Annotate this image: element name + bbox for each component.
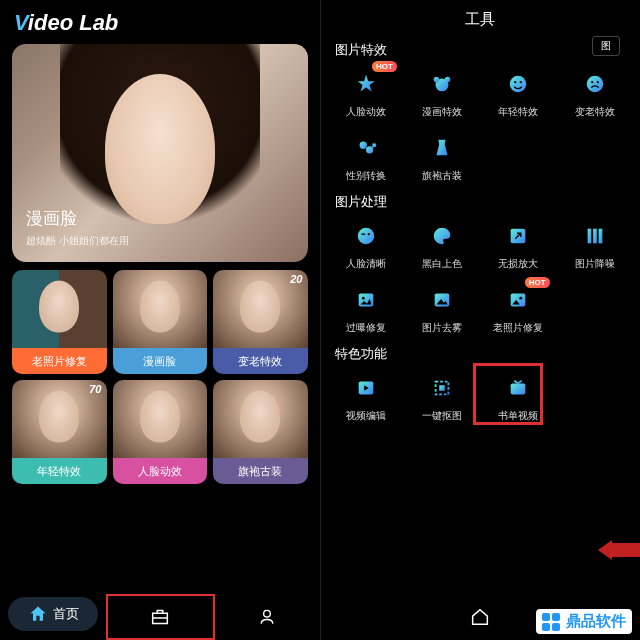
- tool-upscale[interactable]: 无损放大: [481, 213, 555, 275]
- tool-face-anim[interactable]: HOT人脸动效: [329, 61, 403, 123]
- svg-point-4: [515, 81, 517, 83]
- photo-icon: [507, 289, 529, 311]
- svg-point-18: [362, 297, 365, 300]
- tool-gender[interactable]: 性别转换: [329, 125, 403, 187]
- card-face-anim[interactable]: 人脸动效: [113, 380, 208, 484]
- toolbox-icon: [149, 606, 171, 628]
- watermark-logo-icon: [542, 613, 560, 631]
- filter-tag[interactable]: 图: [592, 36, 620, 56]
- tool-denoise[interactable]: 图片降噪: [558, 213, 632, 275]
- card-old-photo[interactable]: 老照片修复: [12, 270, 107, 374]
- nav-toolbox[interactable]: [106, 594, 215, 640]
- svg-point-7: [591, 81, 593, 83]
- tool-dehaze[interactable]: 图片去雾: [405, 277, 479, 339]
- wink-icon: [355, 225, 377, 247]
- picture-icon: [431, 289, 453, 311]
- play-icon: [355, 377, 377, 399]
- card-qipao[interactable]: 旗袍古装: [213, 380, 308, 484]
- svg-point-3: [510, 76, 527, 93]
- star-icon: [355, 73, 377, 95]
- gender-icon: [355, 137, 377, 159]
- home-outline-icon[interactable]: [469, 606, 491, 628]
- tool-face-clear[interactable]: 人脸清晰: [329, 213, 403, 275]
- card-manga[interactable]: 漫画脸: [113, 270, 208, 374]
- tools-pane: 工具 图 图片特效 HOT人脸动效 漫画特效 年轻特效 变老特效 性别转换 旗袍…: [321, 0, 641, 640]
- dress-icon: [431, 137, 453, 159]
- hero-title: 漫画脸: [26, 207, 129, 230]
- svg-point-8: [596, 81, 598, 83]
- tools-title: 工具: [321, 0, 641, 35]
- tool-young[interactable]: 年轻特效: [481, 61, 555, 123]
- palette-icon: [431, 225, 453, 247]
- svg-rect-16: [598, 229, 602, 244]
- feature-grid: 老照片修复 漫画脸 20变老特效 70年轻特效 人脸动效 旗袍古装: [0, 262, 320, 484]
- tool-video-edit[interactable]: 视频编辑: [329, 365, 403, 427]
- crop-icon: [431, 377, 453, 399]
- highlight-box: [473, 363, 543, 425]
- arrow-annotation: [598, 540, 640, 560]
- hero-banner[interactable]: 漫画脸 超炫酷 小姐姐们都在用: [12, 44, 308, 262]
- svg-point-6: [587, 76, 604, 93]
- svg-rect-14: [587, 229, 591, 244]
- svg-rect-15: [593, 229, 597, 244]
- nav-home[interactable]: 首页: [8, 597, 98, 631]
- expand-icon: [507, 225, 529, 247]
- app-logo: Video Lab: [0, 0, 320, 44]
- bars-icon: [584, 225, 606, 247]
- hero-subtitle: 超炫酷 小姐姐们都在用: [26, 234, 129, 248]
- home-pane: Video Lab 漫画脸 超炫酷 小姐姐们都在用 老照片修复 漫画脸 20变老…: [0, 0, 321, 640]
- sad-icon: [584, 73, 606, 95]
- nav-profile[interactable]: [215, 594, 320, 640]
- image-icon: [355, 289, 377, 311]
- watermark: 鼎品软件: [536, 609, 632, 634]
- svg-point-1: [434, 77, 440, 83]
- tool-cutout[interactable]: 一键抠图: [405, 365, 479, 427]
- svg-point-21: [520, 297, 523, 300]
- tool-restore[interactable]: HOT老照片修复: [481, 277, 555, 339]
- svg-point-12: [367, 233, 369, 235]
- section-special: 特色功能: [321, 339, 641, 365]
- card-young[interactable]: 70年轻特效: [12, 380, 107, 484]
- tool-colorize[interactable]: 黑白上色: [405, 213, 479, 275]
- svg-point-11: [357, 228, 374, 245]
- tool-exposure[interactable]: 过曝修复: [329, 277, 403, 339]
- card-aging[interactable]: 20变老特效: [213, 270, 308, 374]
- section-processing: 图片处理: [321, 187, 641, 213]
- svg-point-2: [445, 77, 451, 83]
- tool-manga[interactable]: 漫画特效: [405, 61, 479, 123]
- svg-point-10: [366, 146, 373, 153]
- svg-point-9: [359, 142, 366, 149]
- smile-icon: [507, 73, 529, 95]
- svg-rect-24: [439, 385, 445, 391]
- bear-icon: [431, 73, 453, 95]
- home-icon: [28, 604, 48, 624]
- svg-point-5: [520, 81, 522, 83]
- bottom-nav: 首页: [0, 594, 320, 640]
- profile-icon: [257, 607, 277, 627]
- tool-qipao[interactable]: 旗袍古装: [405, 125, 479, 187]
- tool-old[interactable]: 变老特效: [558, 61, 632, 123]
